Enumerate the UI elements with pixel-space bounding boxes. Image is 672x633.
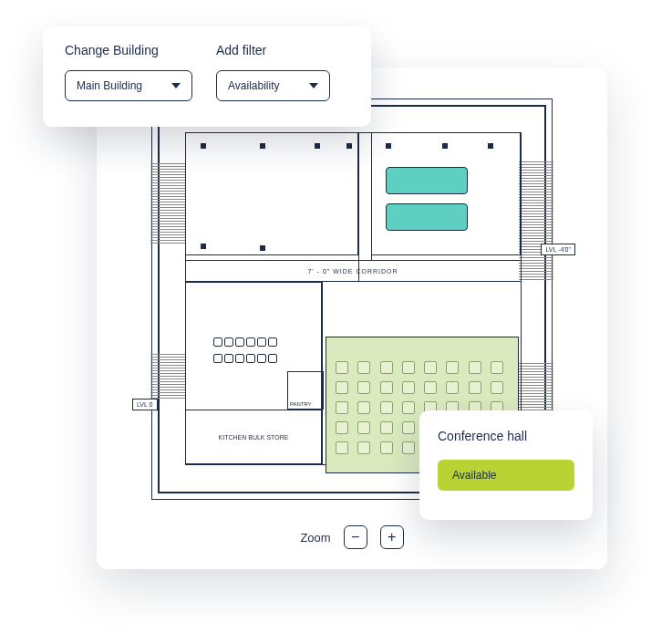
corridor-label: 7' - 0" WIDE CORRIDOR [185,260,521,282]
availability-status-badge[interactable]: Available [438,460,574,491]
small-seating-area [212,335,291,395]
level-tag-right: LVL -4'0" [541,244,575,255]
vehicle-icon [386,203,468,231]
add-filter-select[interactable]: Availability [216,70,330,101]
zoom-label: Zoom [300,531,330,545]
column-icon [346,143,352,149]
column-icon [260,245,265,251]
zoom-out-button[interactable]: − [344,525,367,549]
level-tag-left: LVL 0 [132,399,158,410]
filter-panel: Change Building Main Building Add filter… [43,26,371,127]
room-kitchen-store[interactable]: KITCHEN BULK STORE [185,410,322,464]
building-select-label: Change Building [65,43,192,57]
hatch-left-upper [150,161,185,244]
room-detail-popover: Conference hall Available [419,410,593,520]
zoom-controls: Zoom − + [97,525,607,549]
column-icon [260,143,265,149]
add-filter-label: Add filter [216,43,330,57]
add-filter-value: Availability [228,79,279,92]
building-select[interactable]: Main Building [65,70,192,101]
chevron-down-icon [309,83,318,88]
column-icon [315,143,320,149]
hatch-left-lower [150,353,185,399]
chevron-down-icon [171,83,181,88]
vehicle-icon [386,167,468,194]
hatch-right-upper [519,161,553,280]
building-select-value: Main Building [77,79,142,92]
popover-room-title: Conference hall [438,429,574,443]
column-icon [201,143,206,149]
room-pantry[interactable]: PANTRY [287,371,324,410]
column-icon [201,244,206,249]
room-open-area[interactable] [185,132,358,255]
zoom-in-button[interactable]: + [380,525,404,549]
